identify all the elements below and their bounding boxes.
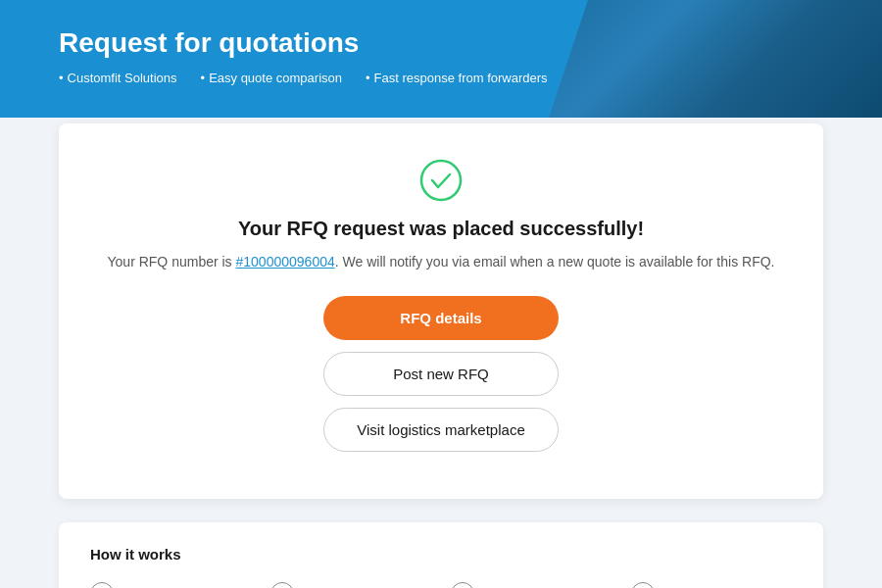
step-1: 1 Fill in and submit request To receive …: [90, 582, 251, 588]
success-title: Your RFQ request was placed successfully…: [98, 218, 784, 240]
step-2: 2 Waiting for forwarders' quotes You wil…: [270, 582, 431, 588]
step-number-4: 4: [631, 582, 655, 588]
message-after: . We will notify you via email when a ne…: [335, 254, 775, 270]
feature-3: Fast response from forwarders: [366, 71, 548, 85]
header-background-image: [549, 0, 882, 118]
how-it-works-title: How it works: [90, 546, 792, 563]
rfq-number-link[interactable]: #100000096004: [236, 254, 335, 270]
success-message: Your RFQ number is #100000096004. We wil…: [98, 252, 784, 272]
message-before: Your RFQ number is: [108, 254, 236, 270]
page-title: Request for quotations: [59, 27, 823, 59]
rfq-details-button[interactable]: RFQ details: [323, 296, 559, 340]
main-content: Your RFQ request was placed successfully…: [0, 123, 882, 588]
header-features: Customfit Solutions Easy quote compariso…: [59, 71, 823, 85]
how-it-works-section: How it works 1 Fill in and submit reques…: [59, 522, 823, 588]
step-4: 4 Place your order Once you have reached…: [631, 582, 792, 588]
page-header: Request for quotations Customfit Solutio…: [0, 0, 882, 118]
feature-1: Customfit Solutions: [59, 71, 177, 85]
step-number-2: 2: [270, 582, 294, 588]
step-3: 3 Compare and select quotes Compare quot…: [451, 582, 612, 588]
svg-point-0: [421, 161, 461, 200]
steps-grid: 1 Fill in and submit request To receive …: [90, 582, 792, 588]
visit-marketplace-button[interactable]: Visit logistics marketplace: [323, 408, 559, 452]
post-new-rfq-button[interactable]: Post new RFQ: [323, 352, 559, 396]
step-number-1: 1: [90, 582, 114, 588]
step-number-3: 3: [451, 582, 474, 588]
success-icon: [419, 159, 463, 202]
success-card: Your RFQ request was placed successfully…: [59, 123, 823, 499]
feature-2: Easy quote comparison: [201, 71, 342, 85]
